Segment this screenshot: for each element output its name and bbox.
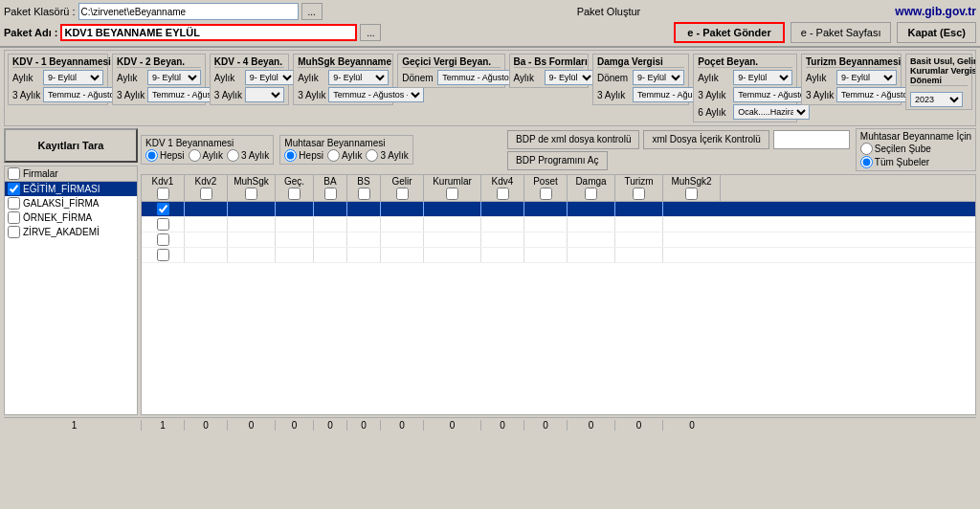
paket-olustur-section: Paket Oluştur (577, 6, 641, 17)
tum-subeler-radio[interactable] (860, 156, 873, 168)
col-kdv2-checkbox[interactable] (200, 188, 212, 200)
muhsgk-3aylik-select[interactable]: Temmuz - Ağustos - Eylül (328, 87, 424, 102)
muhtasar-hepsi-radio[interactable] (284, 149, 297, 162)
paket-adi-browse-btn[interactable]: ... (360, 24, 381, 41)
kapat-btn[interactable]: Kapat (Esc) (897, 22, 976, 43)
poset-6aylik-select[interactable]: Ocak.....Haziran (733, 104, 810, 120)
bdp-xml-kontrolu-btn[interactable]: BDP de xml dosya kontrolü (507, 130, 639, 149)
kdv2-aylik-select[interactable]: 9- Eylül (147, 70, 201, 85)
muhtasar-hepsi-label[interactable]: Hepsi (284, 149, 323, 162)
turizm-3aylik-row: 3 Aylık Temmuz - Ağustos - Eylül (806, 87, 897, 102)
damga-donem-select[interactable]: 9- Eylül (633, 70, 684, 85)
firm-zirve-checkbox[interactable] (8, 226, 20, 238)
col-ba-checkbox[interactable] (324, 188, 337, 200)
galaxi-kdv1-checkbox[interactable] (157, 218, 169, 231)
bottom-cell-4: 0 (276, 420, 314, 431)
scan-btn[interactable]: Kayıtları Tara (4, 128, 138, 163)
col-muhsgk2-checkbox[interactable] (685, 188, 698, 200)
turizm-aylik-select[interactable]: 9- Eylül (836, 70, 897, 85)
col-kurumlar-checkbox[interactable] (446, 188, 458, 200)
col-kdv4-checkbox[interactable] (497, 188, 509, 200)
e-paket-sayfasi-btn[interactable]: e - Paket Sayfası (791, 22, 892, 43)
paket-klasoru-browse-btn[interactable]: ... (301, 3, 323, 20)
firm-ornek-checkbox[interactable] (8, 211, 20, 224)
cell-egitim-bs (347, 202, 381, 216)
col-gec-checkbox[interactable] (288, 188, 301, 200)
secilen-sube-radio[interactable] (860, 143, 873, 155)
grid-row-ornek[interactable] (142, 232, 975, 248)
muhtasar-radio-title: Muhtasar Beyannamesi (284, 138, 408, 148)
bottom-cell-1: 1 (142, 420, 185, 431)
col-bs-checkbox[interactable] (358, 188, 370, 200)
poset-3aylik-label: 3 Aylık (698, 90, 731, 100)
grid-row-zirve[interactable] (142, 248, 975, 263)
kdv1-hepsi-label[interactable]: Hepsi (145, 149, 185, 162)
paket-adi-input[interactable] (60, 24, 357, 41)
kdv2-3aylik-label: 3 Aylık (117, 90, 145, 100)
kdv1-3aylik-radio[interactable] (227, 149, 239, 162)
col-header-ba: BA (314, 175, 347, 201)
poset-title: Poçet Beyan. (698, 56, 792, 68)
firm-row-galaxi[interactable]: GALAKSİ_FİRMA (5, 196, 137, 210)
firms-header: Firmalar (5, 166, 137, 182)
col-muhsgk-checkbox[interactable] (245, 188, 257, 200)
col-turizm-checkbox[interactable] (633, 188, 645, 200)
xml-icerik-input[interactable] (773, 130, 850, 149)
firm-row-egitim[interactable]: EĞİTİM_FİRMASI (5, 182, 137, 196)
kdv1-hepsi-radio[interactable] (145, 149, 158, 162)
damga-title: Damga Vergisi (597, 56, 684, 68)
cell-egitim-muhsgk (228, 202, 276, 216)
gecici-title: Geçici Vergi Beyan. (402, 56, 500, 68)
col-gelir-checkbox[interactable] (396, 188, 409, 200)
grid-row-galaxi[interactable] (142, 217, 975, 232)
grid-row-egitim[interactable] (142, 202, 975, 217)
egitim-kdv1-checkbox[interactable] (157, 203, 169, 215)
firm-egitim-checkbox[interactable] (8, 183, 20, 195)
kdv4-3aylik-select[interactable] (245, 87, 284, 102)
kdv1-radio-group: KDV 1 Beyannamesi Hepsi Aylık 3 Aylık (141, 135, 274, 165)
basit-select[interactable]: 2023 (910, 92, 963, 107)
poset-aylik-label: Aylık (698, 73, 731, 83)
firm-row-zirve[interactable]: ZİRVE_AKADEMİ (5, 225, 137, 239)
form-group-turizm: Turizm Beyannamesi Aylık 9- Eylül 3 Aylı… (801, 54, 902, 105)
col-kdv1-checkbox[interactable] (157, 188, 169, 200)
poset-aylik-select[interactable]: 9- Eylül (733, 70, 792, 85)
ornek-kdv1-checkbox[interactable] (157, 233, 169, 246)
bottom-bar: 1 1 0 0 0 0 0 0 0 0 0 0 0 0 (4, 417, 976, 432)
bdp-row2: BDP Programını Aç (507, 151, 850, 170)
muhtasar-aylik-label[interactable]: Aylık (327, 149, 363, 162)
kdv4-aylik-select[interactable]: 9- Eylül (245, 70, 296, 85)
muhsgk-aylik-select[interactable]: 9- Eylül (328, 70, 389, 85)
firm-galaxi-checkbox[interactable] (8, 197, 20, 210)
kdv1-aylik-radio[interactable] (189, 149, 201, 162)
cell-egitim-muhsgk2 (663, 202, 721, 216)
secilen-sube-option[interactable]: Seçilen Şube (860, 143, 971, 155)
xml-icerik-kontrolu-btn[interactable]: xml Dosya İçerik Kontrolü (643, 130, 768, 149)
kdv1-3aylik-label[interactable]: 3 Aylık (227, 149, 269, 162)
gib-link[interactable]: www.gib.gov.tr (895, 5, 976, 18)
zirve-kdv1-checkbox[interactable] (157, 249, 169, 261)
poset-6aylik-row: 6 Aylık Ocak.....Haziran (698, 104, 792, 120)
paket-olustur-label: Paket Oluştur (577, 6, 641, 17)
firms-all-checkbox[interactable] (8, 167, 20, 180)
babs-aylik-select[interactable]: 9- Eylül (545, 70, 595, 85)
muhtasar-3aylik-label[interactable]: 3 Aylık (366, 149, 408, 162)
muhtasar-aylik-radio[interactable] (327, 149, 340, 162)
firm-row-ornek[interactable]: ÖRNEK_FİRMA (5, 210, 137, 225)
bdp-ac-btn[interactable]: BDP Programını Aç (507, 151, 608, 170)
damga-donem-row: Dönem 9- Eylül (597, 70, 684, 85)
form-group-gecici: Geçici Vergi Beyan. Dönem Temmuz - Ağust… (397, 54, 504, 88)
muhtasar-radio-group: Muhtasar Beyannamesi Hepsi Aylık 3 Aylık (279, 135, 412, 165)
kdv1-aylik-select[interactable]: 9- Eylül (43, 70, 103, 85)
kdv1-aylik-label[interactable]: Aylık (189, 149, 224, 162)
babs-title: Ba - Bs Formları (514, 56, 584, 68)
muhtasar-right-section: Muhtasar Beyanname İçin Seçilen Şube Tüm… (856, 128, 976, 171)
kdv1-radio-title: KDV 1 Beyannamesi (145, 138, 269, 148)
col-damga-checkbox[interactable] (585, 188, 597, 200)
paket-klasoru-input[interactable] (78, 3, 299, 20)
tum-subeler-option[interactable]: Tüm Şubeler (860, 156, 971, 168)
col-poset-checkbox[interactable] (540, 188, 552, 200)
bottom-cell-2: 0 (185, 420, 228, 431)
e-paket-gonder-btn[interactable]: e - Paket Gönder (674, 22, 784, 43)
muhtasar-3aylik-radio[interactable] (366, 149, 378, 162)
